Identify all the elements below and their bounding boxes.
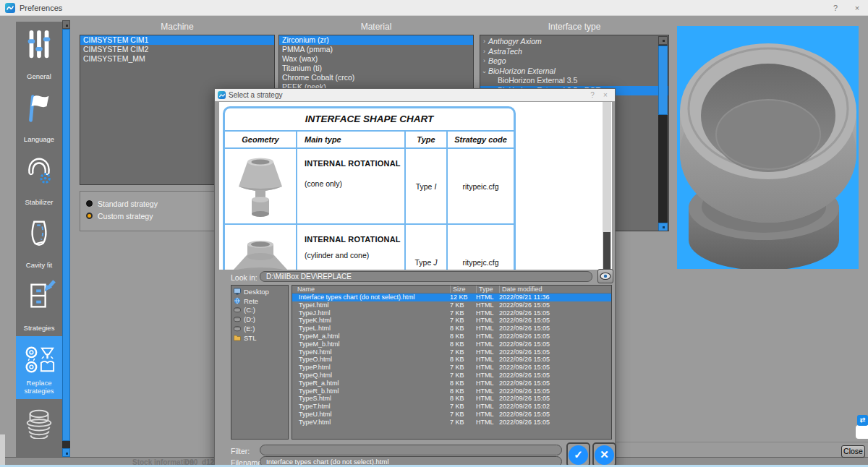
file-name: TypeN.html	[292, 348, 450, 356]
place-stl-folder[interactable]: STL	[231, 333, 288, 343]
tree-item[interactable]: ⌄BioHorizon External	[480, 67, 668, 77]
radio-icon	[86, 200, 93, 207]
material-column-header: Material	[278, 22, 474, 33]
header-type[interactable]: Type	[476, 286, 499, 293]
machine-item[interactable]: CIMSYSTEM CIM1	[80, 35, 274, 45]
sidebar-item-general[interactable]: General	[16, 22, 62, 85]
chevron-right-icon[interactable]: ›	[480, 56, 488, 67]
dental-arch-gear-icon	[22, 154, 56, 187]
file-date: 2022/09/26 15:05	[499, 364, 611, 372]
scroll-up-button[interactable]	[62, 20, 70, 29]
sidebar-item-language[interactable]: Language	[16, 85, 62, 147]
material-item[interactable]: Chrome Cobalt (crco)	[279, 73, 473, 82]
file-row[interactable]: TypeR_b.html 8 KB HTML 2022/09/26 15:05	[292, 387, 611, 395]
tree-item[interactable]: BioHorizon External 3.5	[480, 76, 668, 86]
place-label: (C:)	[244, 306, 255, 314]
file-row[interactable]: TypeJ.html 7 KB HTML 2022/09/26 15:05	[292, 309, 611, 317]
file-row[interactable]: Interface types chart (do not select).ht…	[292, 294, 611, 301]
sidebar-item-cavity-fit[interactable]: Cavity fit	[16, 210, 62, 273]
cone-geometry-image	[234, 155, 286, 218]
scrollbar-thumb[interactable]	[658, 46, 668, 115]
interface-column-header: Interface type	[480, 22, 669, 33]
drive-icon	[234, 307, 241, 314]
file-row[interactable]: TypeT.html 7 KB HTML 2022/09/26 15:02	[292, 403, 611, 411]
place-drive-d[interactable]: (D:)	[231, 314, 288, 324]
place-drive-c[interactable]: (C:)	[231, 306, 288, 315]
sidebar-item-screw[interactable]	[16, 399, 62, 457]
header-date-modified[interactable]: Date modified	[499, 286, 611, 293]
tree-item[interactable]: ›AstraTech	[480, 47, 668, 57]
file-name: TypeU.html	[292, 411, 450, 419]
material-item[interactable]: Wax (wax)	[279, 54, 473, 64]
file-row[interactable]: TypeI.html 7 KB HTML 2022/09/26 15:05	[292, 301, 611, 309]
material-item[interactable]: Zirconium (zr)	[279, 35, 473, 45]
tree-label: AstraTech	[488, 47, 522, 57]
file-row[interactable]: TypeO.html 8 KB HTML 2022/09/26 15:05	[292, 356, 611, 364]
close-icon[interactable]: ×	[851, 2, 864, 14]
confirm-button[interactable]: ✓	[566, 442, 590, 467]
tree-item[interactable]: ›Anthogyr Axiom	[480, 37, 668, 47]
help-icon[interactable]: ?	[829, 2, 842, 14]
scroll-down-button[interactable]	[658, 223, 668, 231]
interface-scrollbar[interactable]	[658, 36, 668, 231]
dialog-close-icon[interactable]: ×	[600, 90, 610, 100]
desktop-icon	[234, 288, 241, 295]
scrollbar-track[interactable]	[62, 441, 70, 448]
file-row[interactable]: TypeS.html 8 KB HTML 2022/09/26 15:05	[292, 395, 611, 403]
chart-scroll-area[interactable]: INTERFACE SHAPE CHART Geometry Main type…	[219, 102, 612, 270]
scroll-down-button[interactable]	[62, 448, 70, 457]
file-type: HTML	[476, 419, 499, 427]
file-name: TypeR_a.html	[292, 380, 450, 387]
place-network[interactable]: Rete	[231, 296, 288, 306]
scrollbar-thumb[interactable]	[603, 232, 610, 270]
sidebar-item-strategies[interactable]: Strategies	[16, 273, 62, 336]
window-title: Preferences	[20, 4, 62, 12]
file-row[interactable]: TypeN.html 7 KB HTML 2022/09/26 15:05	[292, 348, 611, 356]
preview-button[interactable]	[597, 269, 613, 283]
filter-input[interactable]	[260, 445, 562, 455]
file-row[interactable]: TypeM_b.html 8 KB HTML 2022/09/26 15:05	[292, 340, 611, 348]
dialog-help-icon[interactable]: ?	[587, 90, 597, 100]
file-row[interactable]: TypeQ.html 7 KB HTML 2022/09/26 15:05	[292, 372, 611, 380]
file-name: TypeK.html	[292, 317, 450, 325]
material-item[interactable]: PMMA (pmma)	[279, 45, 473, 54]
sidebar: General Language Stabilizer Cavity fit	[16, 22, 62, 457]
header-size[interactable]: Size	[450, 286, 476, 293]
chevron-right-icon[interactable]: ›	[480, 37, 488, 47]
file-row[interactable]: TypeR_a.html 8 KB HTML 2022/09/26 15:05	[292, 380, 611, 387]
dot-icon	[663, 40, 665, 42]
sidebar-scrollbar[interactable]	[62, 20, 70, 457]
file-row[interactable]: TypeK.html 7 KB HTML 2022/09/26 15:05	[292, 317, 611, 325]
file-row[interactable]: TypeP.html 7 KB HTML 2022/09/26 15:05	[292, 364, 611, 372]
file-row[interactable]: TypeM_a.html 8 KB HTML 2022/09/26 15:05	[292, 333, 611, 340]
col-main-type: Main type	[297, 132, 406, 147]
file-row[interactable]: TypeU.html 7 KB HTML 2022/09/26 15:05	[292, 411, 611, 419]
sidebar-item-stabilizer[interactable]: Stabilizer	[16, 147, 62, 210]
machine-item[interactable]: CIMSYSTEM_MM	[80, 54, 274, 64]
material-item[interactable]: Titanium (ti)	[279, 64, 473, 73]
place-desktop[interactable]: Desktop	[231, 287, 288, 296]
cancel-button[interactable]: ✕	[592, 442, 616, 467]
file-type: HTML	[476, 356, 499, 364]
chevron-down-icon[interactable]: ⌄	[480, 67, 488, 77]
sidebar-item-replace-strategies[interactable]: Replace strategies	[16, 336, 62, 399]
file-type: HTML	[476, 294, 499, 301]
chart-scrollbar[interactable]	[603, 102, 611, 270]
file-row[interactable]: TypeL.html 8 KB HTML 2022/09/26 15:05	[292, 325, 611, 333]
chevron-right-icon[interactable]: ›	[480, 47, 488, 57]
tree-item[interactable]: ›Bego	[480, 56, 668, 67]
scroll-up-button[interactable]	[658, 36, 668, 45]
scrollbar-thumb[interactable]	[62, 29, 70, 441]
file-date: 2022/09/26 15:05	[499, 309, 611, 317]
radio-icon-selected	[86, 213, 93, 219]
header-name[interactable]: Name	[292, 286, 450, 293]
teamviewer-icon[interactable]: ⇄	[857, 415, 868, 426]
file-row[interactable]: TypeV.html 7 KB HTML 2022/09/26 15:05	[292, 419, 611, 427]
footer-divider	[616, 442, 868, 442]
place-drive-e[interactable]: (E:)	[231, 324, 288, 333]
machine-item[interactable]: CIMSYSTEM CIM2	[80, 45, 274, 54]
3d-viewport[interactable]	[677, 26, 859, 269]
chart-title: INTERFACE SHAPE CHART	[225, 108, 514, 132]
look-in-path-field[interactable]: D:\MillBox DEV\REPLACE	[260, 271, 592, 282]
close-button[interactable]: Close	[841, 445, 865, 458]
